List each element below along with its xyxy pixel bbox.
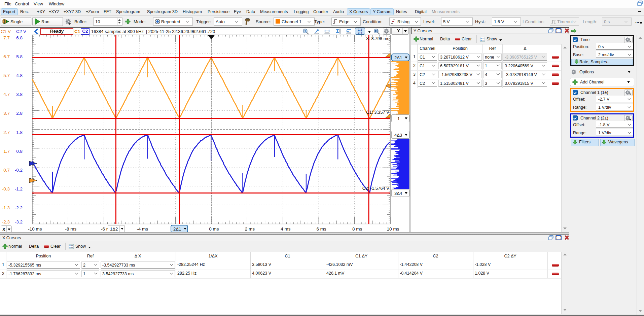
- svg-text:2.8: 2.8: [16, 111, 23, 116]
- svg-text:-10 ms: -10 ms: [28, 226, 42, 232]
- svg-text:C1 V: C1 V: [1, 29, 11, 34]
- svg-text:6.8: 6.8: [16, 35, 23, 40]
- svg-text:1.7: 1.7: [3, 149, 10, 154]
- svg-text:-1.3: -1.3: [2, 205, 10, 210]
- svg-text:3.8: 3.8: [16, 92, 23, 97]
- svg-text:-2.3: -2.3: [2, 219, 10, 224]
- svg-text:1.8: 1.8: [16, 130, 23, 135]
- svg-text:8 ms: 8 ms: [352, 226, 362, 232]
- svg-text:X: 8.798 ms: X: 8.798 ms: [366, 36, 390, 41]
- svg-text:4.7: 4.7: [3, 92, 10, 97]
- svg-text:-3.2: -3.2: [15, 219, 23, 224]
- svg-text:-1.2: -1.2: [15, 186, 23, 191]
- svg-text:4 ms: 4 ms: [281, 226, 291, 232]
- svg-text:7.7: 7.7: [3, 35, 10, 40]
- svg-text:C2 V: C2 V: [16, 29, 26, 34]
- svg-text:-0.3: -0.3: [2, 186, 10, 191]
- svg-text:-0.2: -0.2: [15, 168, 23, 173]
- svg-text:-2.2: -2.2: [15, 205, 23, 210]
- svg-text:C2: -1.5764 V: C2: -1.5764 V: [362, 186, 390, 191]
- svg-text:-4 ms: -4 ms: [137, 226, 148, 232]
- svg-text:C1: 3.357 V: C1: 3.357 V: [366, 110, 389, 115]
- svg-text:6.7: 6.7: [3, 54, 10, 59]
- svg-text:0 ms: 0 ms: [209, 226, 219, 232]
- svg-text:5.7: 5.7: [3, 73, 10, 78]
- svg-text:3.7: 3.7: [3, 111, 10, 116]
- svg-text:0.7: 0.7: [3, 168, 10, 173]
- svg-text:5.8: 5.8: [16, 54, 23, 59]
- svg-text:6 ms: 6 ms: [317, 226, 327, 232]
- svg-text:10 ms: 10 ms: [387, 226, 399, 232]
- svg-text:4.8: 4.8: [16, 73, 23, 78]
- svg-text:-8 ms: -8 ms: [65, 226, 77, 232]
- svg-text:2.7: 2.7: [3, 130, 10, 135]
- svg-text:2 ms: 2 ms: [245, 226, 255, 232]
- svg-text:0.8: 0.8: [16, 149, 23, 154]
